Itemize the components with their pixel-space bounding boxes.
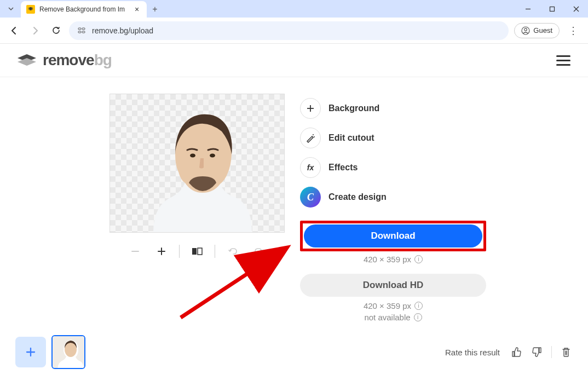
hamburger-menu[interactable] bbox=[554, 53, 573, 68]
info-icon[interactable]: i bbox=[414, 302, 423, 310]
download-highlight-box: Download bbox=[300, 221, 486, 251]
addressbar[interactable]: remove.bg/upload bbox=[69, 21, 509, 40]
browser-tabbar: Remove Background from Im × + bbox=[0, 0, 588, 18]
new-tab-button[interactable]: + bbox=[147, 1, 163, 18]
logo-icon bbox=[15, 53, 37, 68]
site-settings-icon[interactable] bbox=[77, 26, 87, 36]
create-design-action[interactable]: C Create design bbox=[300, 187, 486, 208]
svg-point-9 bbox=[524, 28, 527, 31]
magic-wand-icon bbox=[300, 128, 321, 148]
rate-label: Rate this result bbox=[445, 348, 500, 357]
person-icon bbox=[521, 26, 530, 35]
close-icon[interactable]: × bbox=[132, 5, 141, 14]
add-image-button[interactable] bbox=[15, 337, 46, 367]
maximize-icon[interactable] bbox=[540, 0, 564, 18]
background-label: Background bbox=[328, 103, 379, 113]
thumbs-up-button[interactable] bbox=[510, 346, 523, 359]
site-logo[interactable]: removebg bbox=[15, 51, 112, 69]
back-button[interactable] bbox=[7, 23, 22, 38]
logo-text-bold: remove bbox=[43, 51, 94, 68]
edit-cutout-action[interactable]: Edit cutout bbox=[300, 128, 486, 148]
zoom-in-button[interactable] bbox=[148, 243, 175, 260]
edit-cutout-label: Edit cutout bbox=[328, 133, 374, 143]
download-section: Download 420 × 359 px i Download HD 420 … bbox=[300, 221, 486, 322]
undo-button[interactable] bbox=[220, 243, 246, 260]
background-action[interactable]: Background bbox=[300, 98, 486, 119]
preview-toolbar bbox=[122, 243, 272, 260]
compare-button[interactable] bbox=[184, 243, 210, 260]
svg-point-20 bbox=[314, 136, 315, 137]
redo-button[interactable] bbox=[246, 243, 272, 260]
svg-rect-16 bbox=[198, 248, 202, 255]
fx-icon: fx bbox=[300, 157, 321, 178]
zoom-out-button[interactable] bbox=[122, 243, 148, 260]
effects-action[interactable]: fx Effects bbox=[300, 157, 486, 178]
favicon-icon bbox=[26, 5, 35, 14]
reload-button[interactable] bbox=[48, 23, 64, 38]
logo-text-light: bg bbox=[94, 51, 112, 68]
svg-rect-5 bbox=[82, 28, 85, 30]
url-text: remove.bg/upload bbox=[92, 26, 153, 35]
svg-point-11 bbox=[210, 154, 215, 158]
download-hd-status: not available i bbox=[300, 313, 486, 322]
minimize-icon[interactable] bbox=[516, 0, 540, 18]
browser-toolbar: remove.bg/upload Guest ⋮ bbox=[0, 18, 588, 44]
browser-tab-active[interactable]: Remove Background from Im × bbox=[21, 1, 147, 18]
effects-label: Effects bbox=[328, 163, 358, 172]
svg-rect-4 bbox=[78, 28, 81, 30]
info-icon[interactable]: i bbox=[414, 255, 423, 263]
browser-menu-button[interactable]: ⋮ bbox=[565, 22, 581, 39]
forward-button[interactable] bbox=[27, 23, 43, 38]
thumbnail-active[interactable] bbox=[51, 335, 85, 369]
svg-rect-7 bbox=[82, 31, 85, 33]
page-header: removebg bbox=[0, 44, 588, 77]
tab-title: Remove Background from Im bbox=[39, 5, 128, 13]
guest-profile-button[interactable]: Guest bbox=[514, 23, 560, 38]
svg-point-19 bbox=[313, 134, 314, 135]
download-dimensions: 420 × 359 px i bbox=[300, 255, 486, 264]
preview-image[interactable] bbox=[109, 94, 285, 233]
actions-column: Background Edit cutout fx Effects C Crea… bbox=[300, 94, 486, 332]
guest-label: Guest bbox=[533, 26, 552, 34]
download-button[interactable]: Download bbox=[304, 224, 482, 247]
svg-rect-15 bbox=[192, 248, 197, 255]
plus-icon bbox=[300, 98, 321, 119]
footer-right: Rate this result bbox=[445, 346, 573, 359]
footer: Rate this result bbox=[15, 335, 573, 369]
create-design-label: Create design bbox=[328, 192, 387, 202]
thumbs-down-button[interactable] bbox=[531, 346, 544, 359]
svg-rect-6 bbox=[78, 31, 81, 33]
svg-rect-1 bbox=[550, 7, 554, 11]
window-close-icon[interactable] bbox=[564, 0, 588, 18]
footer-left bbox=[15, 335, 85, 369]
tab-search-dropdown[interactable] bbox=[4, 2, 18, 15]
info-icon[interactable]: i bbox=[414, 313, 422, 321]
delete-button[interactable] bbox=[560, 346, 573, 359]
cutout-result-image bbox=[120, 95, 274, 232]
canva-icon: C bbox=[300, 187, 321, 208]
svg-point-10 bbox=[190, 154, 195, 158]
download-hd-button[interactable]: Download HD bbox=[300, 274, 486, 297]
window-controls bbox=[516, 0, 588, 18]
download-hd-dimensions: 420 × 359 px i bbox=[300, 301, 486, 310]
main-content: Background Edit cutout fx Effects C Crea… bbox=[0, 77, 588, 332]
preview-column bbox=[109, 94, 285, 332]
